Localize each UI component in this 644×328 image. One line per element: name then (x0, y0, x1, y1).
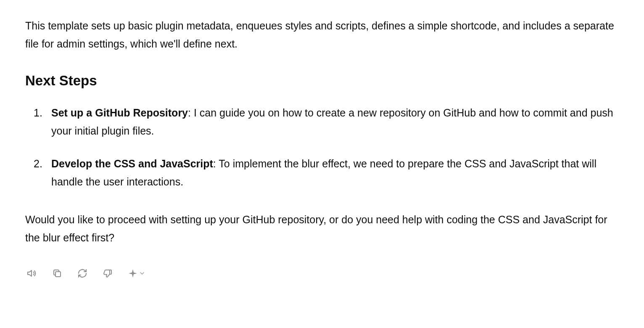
copy-button[interactable] (50, 267, 64, 280)
speaker-icon (27, 268, 37, 278)
regenerate-button[interactable] (76, 267, 89, 280)
intro-paragraph: This template sets up basic plugin metad… (25, 17, 619, 53)
closing-paragraph: Would you like to proceed with setting u… (25, 211, 619, 246)
chevron-down-icon (139, 270, 145, 277)
copy-icon (52, 268, 62, 278)
sparkle-icon (128, 268, 138, 278)
step-title: Set up a GitHub Repository (51, 107, 188, 119)
steps-list: Set up a GitHub Repository: I can guide … (34, 104, 619, 190)
svg-rect-0 (55, 272, 61, 277)
read-aloud-button[interactable] (25, 267, 39, 280)
regenerate-icon (77, 268, 87, 278)
message-content: This template sets up basic plugin metad… (25, 17, 619, 246)
next-steps-heading: Next Steps (25, 73, 619, 89)
list-item: Set up a GitHub Repository: I can guide … (34, 104, 619, 140)
model-selector-button[interactable] (126, 267, 147, 280)
message-actions (25, 267, 619, 280)
thumbs-down-button[interactable] (101, 267, 114, 280)
list-item: Develop the CSS and JavaScript: To imple… (34, 155, 619, 190)
step-title: Develop the CSS and JavaScript (51, 158, 213, 169)
thumbs-down-icon (103, 268, 113, 278)
